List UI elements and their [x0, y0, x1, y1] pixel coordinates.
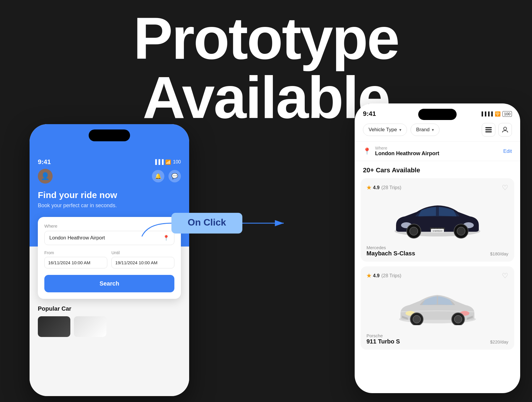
star-icon-maybach: ★ — [366, 184, 371, 191]
where-location-icon: 📍 — [363, 147, 371, 155]
vehicle-type-chevron-icon: ▾ — [399, 127, 401, 132]
rating-value-porsche: 4.9 — [373, 273, 379, 278]
right-battery-icon: 100 — [502, 111, 512, 117]
vehicle-type-filter[interactable]: Vehicle Type ▾ — [363, 124, 407, 136]
rating-value-maybach: 4.9 — [373, 185, 379, 190]
where-value: London Heathrow Airport — [49, 235, 105, 241]
until-col: Until 19/11/2024 10:00 AM — [111, 250, 174, 268]
favorite-icon-maybach[interactable]: ♡ — [502, 184, 508, 192]
popular-cars-row — [38, 316, 181, 337]
svg-text:S·MH5223: S·MH5223 — [432, 230, 442, 232]
popular-car-2[interactable] — [74, 316, 106, 337]
where-row: 📍 Where London Heathrow Airport Edit — [355, 141, 520, 161]
popular-car-1[interactable] — [38, 316, 70, 337]
left-dynamic-island — [89, 129, 130, 141]
filter-row: Vehicle Type ▾ Brand ▾ — [355, 123, 520, 141]
car-image-maybach: S·MH5223 — [366, 194, 508, 241]
left-status-icons: ▐▐▐ 📶 100 — [153, 159, 181, 165]
car-price-porsche: $220/day — [490, 338, 508, 345]
view-icon-btns — [482, 123, 512, 137]
where-value-right: London Heathrow Airport — [375, 150, 499, 157]
find-ride-subtitle: Book your perfect car in seconds. — [38, 202, 181, 209]
battery-icon: 100 — [173, 159, 181, 165]
svg-rect-4 — [485, 129, 492, 130]
location-pin-icon: 📍 — [163, 235, 169, 241]
notification-icon[interactable]: 🔔 — [152, 170, 164, 182]
svg-rect-3 — [485, 127, 492, 128]
right-dynamic-island — [418, 109, 457, 120]
where-label: Where — [44, 223, 174, 228]
until-label: Until — [111, 250, 174, 255]
until-date: 19/11/2024 10:00 AM — [111, 257, 174, 268]
right-wifi-icon: 🛜 — [495, 111, 501, 117]
search-card: Where London Heathrow Airport 📍 From 16/… — [38, 217, 181, 299]
maybach-svg: S·MH5223 — [387, 196, 488, 240]
car-name-maybach: Maybach S-Class — [366, 250, 415, 257]
wifi-icon: 📶 — [165, 159, 171, 165]
from-label: From — [44, 250, 107, 255]
signal-icon: ▐▐▐ — [153, 159, 163, 165]
from-date: 16/11/2024 10:00 AM — [44, 257, 107, 268]
svg-point-15 — [410, 227, 418, 235]
right-status-icons: ▐▐▐▐ 🛜 100 — [480, 111, 512, 117]
user-avatar: 👤 — [38, 169, 53, 184]
car-card-top-maybach: ★ 4.9 (28 Trips) ♡ — [366, 184, 508, 192]
from-col: From 16/11/2024 10:00 AM — [44, 250, 107, 268]
popular-car-label: Popular Car — [38, 305, 181, 312]
date-row: From 16/11/2024 10:00 AM Until 19/11/202… — [44, 250, 174, 268]
svg-point-26 — [454, 315, 462, 323]
car-rating-porsche: ★ 4.9 (28 Trips) — [366, 273, 401, 279]
header-action-icons: 🔔 💬 — [152, 170, 181, 182]
left-phone-content: 9:41 ▐▐▐ 📶 100 👤 🔔 💬 Find your ride now … — [30, 146, 189, 396]
list-view-button[interactable] — [482, 123, 495, 137]
search-button[interactable]: Search — [44, 275, 174, 292]
vehicle-type-label: Vehicle Type — [369, 127, 397, 133]
right-signal-icon: ▐▐▐▐ — [480, 111, 493, 116]
car-info-maybach: Mercedes Maybach S-Class — [366, 245, 415, 257]
car-price-maybach: $180/day — [490, 250, 508, 257]
car-info-porsche: Porsche 911 Turbo S — [366, 333, 400, 345]
trips-count-maybach: (28 Trips) — [381, 185, 401, 190]
svg-point-6 — [504, 127, 507, 130]
car-bottom-maybach: Mercedes Maybach S-Class $180/day — [366, 245, 508, 257]
car-rating-maybach: ★ 4.9 (28 Trips) — [366, 184, 401, 191]
car-brand-porsche: Porsche — [366, 333, 400, 338]
star-icon-porsche: ★ — [366, 273, 371, 279]
where-input[interactable]: London Heathrow Airport 📍 — [44, 231, 174, 245]
svg-text:On Click: On Click — [188, 217, 226, 228]
trips-count-porsche: (28 Trips) — [381, 273, 401, 278]
message-icon[interactable]: 💬 — [168, 170, 181, 182]
car-bottom-porsche: Porsche 911 Turbo S $220/day — [366, 333, 508, 345]
find-ride-title: Find your ride now — [38, 190, 181, 200]
car-name-porsche: 911 Turbo S — [366, 338, 400, 345]
car-card-porsche[interactable]: ★ 4.9 (28 Trips) ♡ — [361, 266, 514, 350]
left-phone-header: 9:41 ▐▐▐ 📶 100 — [38, 152, 181, 160]
edit-link[interactable]: Edit — [503, 148, 512, 154]
brand-filter[interactable]: Brand ▾ — [411, 124, 439, 136]
car-image-porsche — [366, 282, 508, 330]
svg-point-17 — [457, 227, 465, 235]
cars-available-count: 20+ Cars Available — [355, 161, 520, 178]
left-phone-time: 9:41 — [38, 158, 51, 166]
favorite-icon-porsche[interactable]: ♡ — [502, 272, 508, 280]
brand-chevron-icon: ▾ — [432, 127, 434, 132]
right-phone-frame: 9:41 ▐▐▐▐ 🛜 100 Vehicle Type ▾ Brand ▾ — [355, 103, 520, 393]
right-phone-time: 9:41 — [363, 110, 376, 118]
left-phone: 9:41 ▐▐▐ 📶 100 👤 🔔 💬 Find your ride now … — [30, 124, 189, 396]
svg-point-24 — [413, 315, 421, 323]
car-brand-maybach: Mercedes — [366, 245, 415, 250]
car-card-maybach[interactable]: ★ 4.9 (28 Trips) ♡ — [361, 178, 514, 262]
svg-rect-5 — [485, 131, 492, 132]
where-text-block: Where London Heathrow Airport — [375, 146, 499, 157]
brand-label: Brand — [416, 127, 429, 133]
right-phone: 9:41 ▐▐▐▐ 🛜 100 Vehicle Type ▾ Brand ▾ — [355, 103, 520, 393]
car-card-top-porsche: ★ 4.9 (28 Trips) ♡ — [366, 272, 508, 280]
where-label-right: Where — [375, 146, 499, 150]
porsche-svg — [393, 287, 482, 325]
user-profile-button[interactable] — [498, 123, 512, 137]
left-phone-frame: 9:41 ▐▐▐ 📶 100 👤 🔔 💬 Find your ride now … — [30, 124, 189, 396]
